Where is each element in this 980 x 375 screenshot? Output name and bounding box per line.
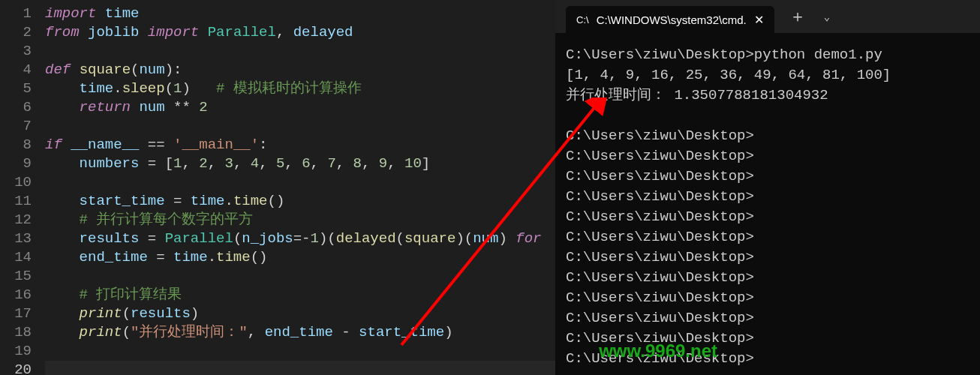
code-line[interactable]: # 打印计算结果 [45, 286, 555, 304]
line-number: 18 [0, 323, 45, 342]
code-line[interactable]: time.sleep(1) # 模拟耗时的计算操作 [45, 80, 555, 98]
terminal-tabbar: C:\ C:\WINDOWS\system32\cmd. ✕ ＋ ⌄ [555, 0, 980, 33]
line-number: 2 [0, 23, 45, 42]
code-line[interactable] [45, 267, 555, 286]
line-number: 4 [0, 61, 45, 80]
line-number: 13 [0, 230, 45, 248]
code-line[interactable]: if __name__ == '__main__': [45, 136, 555, 154]
tab-dropdown-icon[interactable]: ⌄ [821, 10, 833, 23]
line-number: 10 [0, 173, 45, 192]
line-number: 16 [0, 286, 45, 304]
line-number: 6 [0, 98, 45, 117]
line-number: 1 [0, 4, 45, 23]
code-line[interactable]: end_time = time.time() [45, 248, 555, 267]
line-number: 11 [0, 192, 45, 211]
code-line[interactable]: import time [45, 4, 555, 23]
code-line[interactable]: results = Parallel(n_jobs=-1)(delayed(sq… [45, 230, 555, 248]
terminal-tab[interactable]: C:\ C:\WINDOWS\system32\cmd. ✕ [566, 6, 774, 33]
code-area[interactable]: import timefrom joblib import Parallel, … [45, 0, 555, 375]
code-line[interactable] [45, 117, 555, 136]
close-icon[interactable]: ✕ [754, 13, 764, 27]
line-number: 5 [0, 80, 45, 98]
code-editor[interactable]: 1234567891011121314151617181920 import t… [0, 0, 555, 375]
code-line[interactable]: def square(num): [45, 61, 555, 80]
terminal-output[interactable]: C:\Users\ziwu\Desktop>python demo1.py [1… [555, 33, 980, 369]
code-line[interactable]: print("并行处理时间：", end_time - start_time) [45, 323, 555, 342]
line-number: 7 [0, 117, 45, 136]
new-tab-button[interactable]: ＋ [783, 5, 812, 28]
line-number: 12 [0, 211, 45, 230]
line-number: 3 [0, 42, 45, 61]
line-number-gutter: 1234567891011121314151617181920 [0, 0, 45, 375]
code-line[interactable]: return num ** 2 [45, 98, 555, 117]
line-number: 17 [0, 304, 45, 323]
code-line[interactable]: from joblib import Parallel, delayed [45, 23, 555, 42]
cmd-icon: C:\ [576, 14, 589, 26]
line-number: 8 [0, 136, 45, 154]
code-line[interactable]: print(results) [45, 304, 555, 323]
code-line[interactable] [45, 361, 555, 375]
code-line[interactable] [45, 173, 555, 192]
terminal-tab-title: C:\WINDOWS\system32\cmd. [597, 14, 747, 26]
line-number: 14 [0, 248, 45, 267]
code-line[interactable]: start_time = time.time() [45, 192, 555, 211]
code-line[interactable] [45, 42, 555, 61]
code-line[interactable]: # 并行计算每个数字的平方 [45, 211, 555, 230]
line-number: 20 [0, 361, 45, 375]
terminal-window: C:\ C:\WINDOWS\system32\cmd. ✕ ＋ ⌄ C:\Us… [555, 0, 980, 375]
code-line[interactable]: numbers = [1, 2, 3, 4, 5, 6, 7, 8, 9, 10… [45, 154, 555, 173]
line-number: 19 [0, 342, 45, 361]
line-number: 9 [0, 154, 45, 173]
code-line[interactable] [45, 342, 555, 361]
line-number: 15 [0, 267, 45, 286]
